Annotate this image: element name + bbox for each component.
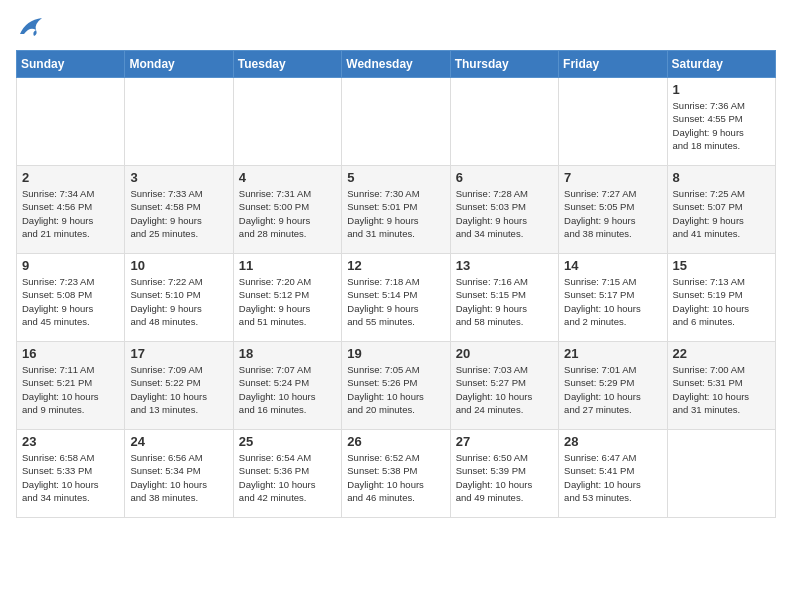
day-cell xyxy=(559,78,667,166)
calendar-header-row: SundayMondayTuesdayWednesdayThursdayFrid… xyxy=(17,51,776,78)
day-info: Sunrise: 7:30 AM Sunset: 5:01 PM Dayligh… xyxy=(347,187,444,240)
day-number: 12 xyxy=(347,258,444,273)
day-cell: 7Sunrise: 7:27 AM Sunset: 5:05 PM Daylig… xyxy=(559,166,667,254)
calendar-body: 1Sunrise: 7:36 AM Sunset: 4:55 PM Daylig… xyxy=(17,78,776,518)
logo-icon xyxy=(16,16,44,38)
day-number: 15 xyxy=(673,258,770,273)
day-info: Sunrise: 7:09 AM Sunset: 5:22 PM Dayligh… xyxy=(130,363,227,416)
day-info: Sunrise: 7:03 AM Sunset: 5:27 PM Dayligh… xyxy=(456,363,553,416)
day-cell: 8Sunrise: 7:25 AM Sunset: 5:07 PM Daylig… xyxy=(667,166,775,254)
day-number: 9 xyxy=(22,258,119,273)
day-cell: 4Sunrise: 7:31 AM Sunset: 5:00 PM Daylig… xyxy=(233,166,341,254)
day-number: 25 xyxy=(239,434,336,449)
day-of-week-thursday: Thursday xyxy=(450,51,558,78)
week-row-1: 1Sunrise: 7:36 AM Sunset: 4:55 PM Daylig… xyxy=(17,78,776,166)
day-number: 16 xyxy=(22,346,119,361)
day-number: 17 xyxy=(130,346,227,361)
day-cell: 17Sunrise: 7:09 AM Sunset: 5:22 PM Dayli… xyxy=(125,342,233,430)
day-info: Sunrise: 7:07 AM Sunset: 5:24 PM Dayligh… xyxy=(239,363,336,416)
day-number: 23 xyxy=(22,434,119,449)
day-cell: 2Sunrise: 7:34 AM Sunset: 4:56 PM Daylig… xyxy=(17,166,125,254)
day-cell: 27Sunrise: 6:50 AM Sunset: 5:39 PM Dayli… xyxy=(450,430,558,518)
day-cell: 23Sunrise: 6:58 AM Sunset: 5:33 PM Dayli… xyxy=(17,430,125,518)
day-info: Sunrise: 7:33 AM Sunset: 4:58 PM Dayligh… xyxy=(130,187,227,240)
day-cell: 5Sunrise: 7:30 AM Sunset: 5:01 PM Daylig… xyxy=(342,166,450,254)
day-number: 5 xyxy=(347,170,444,185)
day-of-week-tuesday: Tuesday xyxy=(233,51,341,78)
day-number: 13 xyxy=(456,258,553,273)
day-of-week-saturday: Saturday xyxy=(667,51,775,78)
day-number: 10 xyxy=(130,258,227,273)
day-of-week-wednesday: Wednesday xyxy=(342,51,450,78)
day-cell: 3Sunrise: 7:33 AM Sunset: 4:58 PM Daylig… xyxy=(125,166,233,254)
day-number: 21 xyxy=(564,346,661,361)
day-info: Sunrise: 7:31 AM Sunset: 5:00 PM Dayligh… xyxy=(239,187,336,240)
day-cell: 15Sunrise: 7:13 AM Sunset: 5:19 PM Dayli… xyxy=(667,254,775,342)
day-info: Sunrise: 7:36 AM Sunset: 4:55 PM Dayligh… xyxy=(673,99,770,152)
day-cell: 12Sunrise: 7:18 AM Sunset: 5:14 PM Dayli… xyxy=(342,254,450,342)
day-info: Sunrise: 7:20 AM Sunset: 5:12 PM Dayligh… xyxy=(239,275,336,328)
day-cell: 9Sunrise: 7:23 AM Sunset: 5:08 PM Daylig… xyxy=(17,254,125,342)
day-info: Sunrise: 6:54 AM Sunset: 5:36 PM Dayligh… xyxy=(239,451,336,504)
week-row-2: 2Sunrise: 7:34 AM Sunset: 4:56 PM Daylig… xyxy=(17,166,776,254)
logo xyxy=(16,16,48,38)
week-row-5: 23Sunrise: 6:58 AM Sunset: 5:33 PM Dayli… xyxy=(17,430,776,518)
day-cell: 13Sunrise: 7:16 AM Sunset: 5:15 PM Dayli… xyxy=(450,254,558,342)
day-cell: 25Sunrise: 6:54 AM Sunset: 5:36 PM Dayli… xyxy=(233,430,341,518)
day-info: Sunrise: 7:16 AM Sunset: 5:15 PM Dayligh… xyxy=(456,275,553,328)
day-info: Sunrise: 7:34 AM Sunset: 4:56 PM Dayligh… xyxy=(22,187,119,240)
day-number: 28 xyxy=(564,434,661,449)
day-info: Sunrise: 7:05 AM Sunset: 5:26 PM Dayligh… xyxy=(347,363,444,416)
day-info: Sunrise: 7:27 AM Sunset: 5:05 PM Dayligh… xyxy=(564,187,661,240)
day-cell: 24Sunrise: 6:56 AM Sunset: 5:34 PM Dayli… xyxy=(125,430,233,518)
day-cell xyxy=(342,78,450,166)
day-info: Sunrise: 7:11 AM Sunset: 5:21 PM Dayligh… xyxy=(22,363,119,416)
day-cell: 11Sunrise: 7:20 AM Sunset: 5:12 PM Dayli… xyxy=(233,254,341,342)
day-cell: 16Sunrise: 7:11 AM Sunset: 5:21 PM Dayli… xyxy=(17,342,125,430)
day-info: Sunrise: 7:28 AM Sunset: 5:03 PM Dayligh… xyxy=(456,187,553,240)
day-cell: 18Sunrise: 7:07 AM Sunset: 5:24 PM Dayli… xyxy=(233,342,341,430)
day-info: Sunrise: 7:00 AM Sunset: 5:31 PM Dayligh… xyxy=(673,363,770,416)
day-info: Sunrise: 6:58 AM Sunset: 5:33 PM Dayligh… xyxy=(22,451,119,504)
day-cell: 26Sunrise: 6:52 AM Sunset: 5:38 PM Dayli… xyxy=(342,430,450,518)
day-number: 18 xyxy=(239,346,336,361)
week-row-3: 9Sunrise: 7:23 AM Sunset: 5:08 PM Daylig… xyxy=(17,254,776,342)
day-number: 24 xyxy=(130,434,227,449)
day-number: 3 xyxy=(130,170,227,185)
day-number: 19 xyxy=(347,346,444,361)
day-info: Sunrise: 7:22 AM Sunset: 5:10 PM Dayligh… xyxy=(130,275,227,328)
day-number: 27 xyxy=(456,434,553,449)
day-of-week-monday: Monday xyxy=(125,51,233,78)
day-info: Sunrise: 6:52 AM Sunset: 5:38 PM Dayligh… xyxy=(347,451,444,504)
day-info: Sunrise: 7:01 AM Sunset: 5:29 PM Dayligh… xyxy=(564,363,661,416)
day-number: 11 xyxy=(239,258,336,273)
days-of-week-row: SundayMondayTuesdayWednesdayThursdayFrid… xyxy=(17,51,776,78)
day-info: Sunrise: 7:15 AM Sunset: 5:17 PM Dayligh… xyxy=(564,275,661,328)
day-cell xyxy=(17,78,125,166)
day-cell: 14Sunrise: 7:15 AM Sunset: 5:17 PM Dayli… xyxy=(559,254,667,342)
day-info: Sunrise: 7:18 AM Sunset: 5:14 PM Dayligh… xyxy=(347,275,444,328)
day-number: 22 xyxy=(673,346,770,361)
day-of-week-friday: Friday xyxy=(559,51,667,78)
day-number: 20 xyxy=(456,346,553,361)
day-info: Sunrise: 6:50 AM Sunset: 5:39 PM Dayligh… xyxy=(456,451,553,504)
day-cell: 10Sunrise: 7:22 AM Sunset: 5:10 PM Dayli… xyxy=(125,254,233,342)
day-cell: 20Sunrise: 7:03 AM Sunset: 5:27 PM Dayli… xyxy=(450,342,558,430)
day-cell: 28Sunrise: 6:47 AM Sunset: 5:41 PM Dayli… xyxy=(559,430,667,518)
day-cell: 6Sunrise: 7:28 AM Sunset: 5:03 PM Daylig… xyxy=(450,166,558,254)
day-info: Sunrise: 7:13 AM Sunset: 5:19 PM Dayligh… xyxy=(673,275,770,328)
day-cell xyxy=(125,78,233,166)
day-cell: 22Sunrise: 7:00 AM Sunset: 5:31 PM Dayli… xyxy=(667,342,775,430)
day-cell xyxy=(450,78,558,166)
day-cell: 1Sunrise: 7:36 AM Sunset: 4:55 PM Daylig… xyxy=(667,78,775,166)
day-info: Sunrise: 6:56 AM Sunset: 5:34 PM Dayligh… xyxy=(130,451,227,504)
day-number: 26 xyxy=(347,434,444,449)
day-number: 7 xyxy=(564,170,661,185)
day-number: 8 xyxy=(673,170,770,185)
day-number: 4 xyxy=(239,170,336,185)
day-number: 2 xyxy=(22,170,119,185)
day-cell: 19Sunrise: 7:05 AM Sunset: 5:26 PM Dayli… xyxy=(342,342,450,430)
calendar-table: SundayMondayTuesdayWednesdayThursdayFrid… xyxy=(16,50,776,518)
calendar-header xyxy=(16,16,776,38)
day-of-week-sunday: Sunday xyxy=(17,51,125,78)
